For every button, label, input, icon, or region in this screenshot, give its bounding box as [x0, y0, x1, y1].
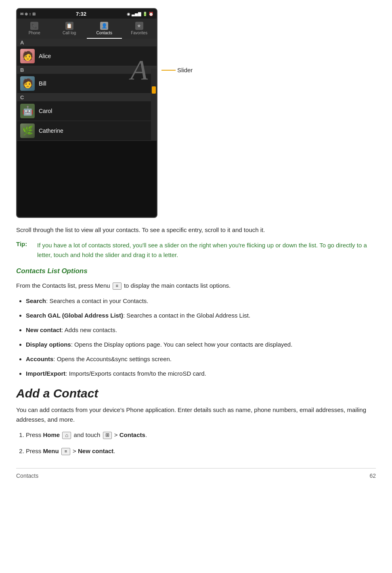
scroll-paragraph: Scroll through the list to view all your… — [16, 225, 376, 235]
avatar-catherine: 🌿 — [20, 123, 35, 138]
phone-tab-icon: 📞 — [30, 22, 38, 30]
list-item-search: Search: Searches a contact in your Conta… — [26, 296, 376, 306]
tab-phone-label: Phone — [29, 31, 40, 35]
intro-text-before: From the Contacts list, press Menu — [16, 282, 110, 289]
catherine-avatar-img: 🌿 — [22, 125, 33, 136]
contact-name-bill: Bill — [39, 80, 46, 87]
list-item-display-options: Display options: Opens the Display optio… — [26, 340, 376, 349]
contact-catherine[interactable]: 🌿 Catherine — [17, 121, 157, 141]
tip-text: If you have a lot of contacts stored, yo… — [37, 240, 376, 260]
page-footer: Contacts 62 — [16, 468, 376, 479]
favorites-tab-icon: ★ — [135, 22, 143, 30]
term-display-options: Display options — [26, 341, 71, 348]
status-right-icons: ◉ ▃▅▇ 🔋 ⏰ — [127, 12, 153, 16]
step-2: Press Menu ≡ > New contact. — [26, 446, 376, 456]
slider-arrow-line — [161, 70, 176, 71]
term-accounts: Accounts — [26, 356, 53, 362]
term-import-export: Import/Export — [26, 370, 65, 377]
term-new-contact: New contact — [26, 326, 61, 333]
rest-display-options: : Opens the Display options page. You ca… — [71, 341, 293, 348]
alice-avatar-img: 🧑 — [22, 51, 33, 61]
contact-name-catherine: Catherine — [39, 128, 63, 134]
menu-icon-step2: ≡ — [61, 448, 70, 455]
tab-contacts-label: Contacts — [96, 31, 112, 35]
scroll-thumb[interactable] — [152, 86, 156, 94]
contact-name-carol: Carol — [39, 108, 52, 114]
cloud-icon: ↕ — [29, 12, 31, 16]
list-item-new-contact: New contact: Adds new contacts. — [26, 325, 376, 335]
footer-left: Contacts — [16, 473, 38, 479]
apps-icon-step1: ⊞ — [103, 432, 112, 439]
step2-menu-text: Menu — [43, 448, 59, 454]
status-time: 7:32 — [76, 11, 86, 17]
tab-contacts[interactable]: 👤 Contacts — [87, 19, 122, 39]
tip-block: Tip: If you have a lot of contacts store… — [16, 240, 376, 260]
phone-screen: ✉ ⊕ ↕ ⊞ 7:32 ◉ ▃▅▇ 🔋 ⏰ 📞 Phone — [16, 8, 157, 218]
rest-search: : Searches a contact in your Contacts. — [46, 297, 148, 304]
home-icon-step1: ⌂ — [62, 432, 71, 439]
footer-right: 62 — [369, 473, 376, 479]
signal-icon: ⊕ — [25, 12, 28, 16]
numbered-steps: Press Home ⌂ and touch ⊞ > Contacts. Pre… — [26, 430, 376, 456]
list-item-accounts: Accounts: Opens the Accounts&sync settin… — [26, 354, 376, 364]
contact-carol[interactable]: 🤖 Carol — [17, 101, 157, 121]
calllog-tab-icon: 📋 — [65, 22, 73, 30]
tip-label: Tip: — [16, 240, 31, 260]
rest-import-export: : Imports/Exports contacts from/to the m… — [65, 370, 206, 377]
bullet-list: Search: Searches a contact in your Conta… — [26, 296, 376, 379]
avatar-bill: 🧑 — [20, 76, 35, 91]
section-letter-c: C — [17, 94, 157, 101]
rest-search-gal: : Searches a contact in the Global Addre… — [123, 312, 250, 319]
avatar-alice: 🧑 — [20, 49, 35, 63]
nav-tabs: 📞 Phone 📋 Call log 👤 Contacts ★ — [17, 19, 157, 39]
menu-icon-inline: ≡ — [113, 282, 122, 290]
alarm-icon: ⏰ — [149, 12, 153, 16]
wifi-icon: ◉ — [127, 12, 130, 16]
rest-new-contact: : Adds new contacts. — [61, 326, 117, 333]
status-bar: ✉ ⊕ ↕ ⊞ 7:32 ◉ ▃▅▇ 🔋 ⏰ — [17, 9, 157, 19]
battery-icon: 🔋 — [143, 12, 147, 16]
envelope-icon: ✉ — [20, 12, 23, 16]
main-content: Scroll through the list to view all your… — [16, 225, 376, 456]
tab-calllog[interactable]: 📋 Call log — [52, 19, 87, 39]
phone-screenshot-container: ✉ ⊕ ↕ ⊞ 7:32 ◉ ▃▅▇ 🔋 ⏰ 📞 Phone — [16, 8, 376, 218]
tab-phone[interactable]: 📞 Phone — [17, 19, 52, 39]
list-item-import-export: Import/Export: Imports/Exports contacts … — [26, 369, 376, 379]
contact-name-alice: Alice — [39, 53, 51, 59]
tab-calllog-label: Call log — [63, 31, 76, 35]
signal-bars-icon: ▃▅▇ — [132, 12, 141, 16]
list-item-search-gal: Search GAL (Global Address List): Search… — [26, 311, 376, 320]
carol-avatar-img: 🤖 — [22, 106, 33, 116]
step1-home-text: Home — [43, 431, 60, 438]
step2-newcontact-text: New contact — [78, 448, 113, 454]
avatar-carol: 🤖 — [20, 104, 35, 118]
contacts-list-options-heading: Contacts List Options — [16, 267, 376, 275]
add-contact-heading: Add a Contact — [16, 387, 376, 400]
term-search-gal: Search GAL (Global Address List) — [26, 312, 123, 319]
slider-callout: Slider — [161, 67, 193, 73]
tab-favorites[interactable]: ★ Favorites — [122, 19, 157, 39]
bill-avatar-img: 🧑 — [22, 78, 33, 89]
section-letter-a: A — [17, 39, 157, 46]
intro-text-after: to display the main contacts list option… — [124, 282, 231, 289]
term-search: Search — [26, 297, 46, 304]
tab-favorites-label: Favorites — [131, 31, 147, 35]
rest-accounts: : Opens the Accounts&sync settings scree… — [53, 356, 172, 362]
add-contact-para: You can add contacts from your device's … — [16, 405, 376, 425]
scroll-bar[interactable] — [151, 69, 157, 141]
big-letter-overlay: A — [130, 54, 148, 86]
contacts-list[interactable]: A 🧑 Alice A B 🧑 Bill — [17, 39, 157, 141]
grid-icon: ⊞ — [32, 12, 36, 16]
step-1: Press Home ⌂ and touch ⊞ > Contacts. — [26, 430, 376, 440]
contacts-tab-icon: 👤 — [100, 22, 108, 30]
contacts-list-options-intro: From the Contacts list, press Menu ≡ to … — [16, 281, 376, 291]
step1-contacts-text: Contacts — [119, 431, 145, 438]
status-left-icons: ✉ ⊕ ↕ ⊞ — [20, 12, 36, 16]
slider-label: Slider — [177, 67, 193, 73]
